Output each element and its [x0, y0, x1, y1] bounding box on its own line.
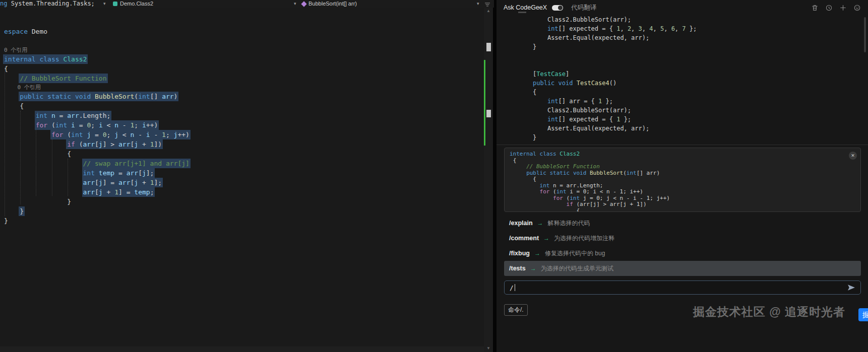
command-label: /explain — [509, 220, 533, 227]
nav-class-dropdown[interactable]: Demo.Class2 — [113, 0, 153, 8]
code-line: int temp = arr[j]; — [4, 168, 190, 178]
code-line: Class2.BubbleSort(arr); — [533, 15, 862, 24]
ide-window: ng System.Threading.Tasks; ▾ Demo.Class2… — [0, 0, 868, 352]
nav-member-dropdown[interactable]: BubbleSort(int[] arr) — [302, 0, 357, 8]
code-line: } — [4, 206, 190, 216]
arrow-right-icon: → — [534, 250, 540, 257]
code-line: } — [533, 42, 862, 51]
command-item-explain[interactable]: /explain→解释选择的代码 — [504, 216, 861, 231]
nav-class-label: Demo.Class2 — [120, 0, 153, 8]
code-line — [4, 8, 190, 17]
code-line: Assert.Equal(expected, arr); — [533, 33, 862, 42]
code-line: int n = arr.Length; — [4, 111, 190, 120]
tab-code-translate[interactable]: 代码翻译 — [571, 4, 596, 12]
code-line: arr[j] = arr[j + 1]; — [4, 178, 190, 187]
editor-navigation-bar: ng System.Threading.Tasks; ▾ Demo.Class2… — [0, 0, 494, 8]
command-item-fixbug[interactable]: /fixbug→修复选择代码中的 bug — [504, 246, 861, 261]
editor-code-block: espace Demo0 个引用internal class Class2{ /… — [4, 8, 190, 226]
command-hint-button[interactable]: 命令/. — [504, 304, 528, 316]
code-line: { — [4, 101, 190, 111]
code-line: Class2.BubbleSort(arr); — [533, 106, 862, 115]
codegeex-panel: Ask CodeGeeX 代码翻译 Class2.BubbleSort(arr)… — [497, 0, 868, 352]
code-line: { — [4, 149, 190, 159]
code-line: for (int j = 0; j < n - i - 1; j++) — [4, 130, 190, 139]
text-caret — [515, 284, 515, 291]
code-line: { — [4, 64, 190, 74]
codelens-line: 0 个引用 — [4, 83, 190, 92]
scrollbar-mark — [486, 43, 491, 51]
code-line: int[] expected = { 1 }; — [533, 115, 862, 124]
code-line: espace Demo — [4, 27, 190, 36]
code-line — [4, 17, 190, 27]
section-divider — [497, 145, 868, 145]
command-label: /tests — [509, 265, 526, 272]
scroll-indicator-dash — [518, 12, 526, 13]
toggle-knob — [558, 6, 563, 10]
code-line: [TestCase] — [533, 69, 862, 79]
code-line: // BubbleSort Function — [4, 74, 190, 83]
code-line — [533, 60, 862, 69]
command-item-tests[interactable]: /tests→为选择的代码生成单元测试 — [504, 261, 861, 276]
trash-icon[interactable] — [811, 4, 819, 12]
class-icon — [113, 2, 117, 6]
code-line: { — [533, 88, 862, 97]
code-editor[interactable]: espace Demo0 个引用internal class Class2{ /… — [0, 8, 484, 346]
code-line: arr[j + 1] = temp; — [4, 187, 190, 197]
codegeex-toggle[interactable] — [552, 5, 563, 11]
scroll-down-icon[interactable]: ▼ — [484, 346, 493, 350]
code-line — [533, 51, 862, 60]
chat-input-value: / — [510, 284, 514, 292]
code-line: public static void BubbleSort(int[] arr) — [4, 92, 190, 101]
preview-code-block: internal class Class2 { // BubbleSort Fu… — [510, 151, 855, 212]
code-line: { — [510, 208, 855, 213]
test-code-block: Class2.BubbleSort(arr); int[] expected =… — [507, 15, 862, 142]
chevron-down-icon[interactable]: ▾ — [103, 0, 106, 8]
panel-scrollbar[interactable] — [864, 17, 866, 52]
chevron-down-icon[interactable]: ▾ — [477, 0, 479, 8]
code-line: internal class Class2 — [4, 54, 190, 64]
watermark-text: 掘金技术社区 @ 追逐时光者 — [693, 304, 845, 320]
code-line: } — [533, 133, 862, 142]
code-line: for (int i = 0; i < n - 1; i++) — [4, 120, 190, 130]
code-line: Assert.Equal(expected, arr); — [533, 124, 862, 133]
method-icon — [301, 1, 306, 7]
feedback-smiley-icon[interactable] — [853, 4, 861, 12]
code-line: if (arr[j] > arr[j + 1]) — [4, 139, 190, 149]
code-line: } — [4, 197, 190, 206]
editor-vertical-scrollbar[interactable]: ▲ ▼ — [484, 8, 493, 352]
command-description: 修复选择代码中的 bug — [545, 249, 605, 258]
arrow-right-icon: → — [537, 220, 543, 227]
code-line: internal class Class2 — [510, 151, 855, 158]
generated-tests-output[interactable]: Class2.BubbleSort(arr); int[] expected =… — [507, 15, 862, 142]
history-icon[interactable] — [825, 4, 833, 12]
code-line: public static void BubbleSort(int[] arr) — [510, 170, 855, 177]
command-menu: /explain→解释选择的代码/comment→为选择的代码增加注释/fixb… — [504, 216, 861, 276]
chat-input[interactable]: / — [504, 280, 861, 295]
close-icon[interactable]: ✕ — [849, 152, 857, 160]
chevron-down-icon[interactable]: ▾ — [294, 0, 296, 8]
code-line — [4, 36, 190, 46]
command-item-comment[interactable]: /comment→为选择的代码增加注释 — [504, 231, 861, 246]
command-description: 为选择的代码生成单元测试 — [541, 264, 613, 273]
arrow-right-icon: → — [530, 265, 536, 272]
send-icon[interactable] — [847, 284, 855, 291]
arrow-right-icon: → — [543, 235, 549, 242]
code-line: } — [4, 216, 190, 226]
code-line: public void TestCase4() — [533, 79, 862, 88]
scrollbar-mark — [486, 110, 491, 117]
editor-horizontal-scrollbar[interactable] — [0, 346, 484, 352]
panel-title: Ask CodeGeeX — [504, 4, 547, 11]
scroll-up-icon[interactable]: ▲ — [484, 9, 493, 13]
plus-icon[interactable] — [839, 4, 847, 12]
nav-member-label: BubbleSort(int[] arr) — [308, 0, 357, 8]
command-label: /comment — [509, 235, 539, 242]
selection-range-marker — [484, 60, 485, 146]
command-description: 解释选择的代码 — [548, 219, 590, 228]
code-line: int[] arr = { 1 }; — [533, 97, 862, 106]
panel-header: Ask CodeGeeX 代码翻译 — [497, 0, 868, 15]
command-description: 为选择的代码增加注释 — [554, 234, 614, 243]
code-line: int[] expected = { 1, 2, 3, 4, 5, 6, 7 }… — [533, 24, 862, 33]
command-label: /fixbug — [509, 250, 530, 257]
codelens-line: 0 个引用 — [4, 46, 190, 54]
code-line: // swap arr[j+1] and arr[j] — [4, 159, 190, 168]
